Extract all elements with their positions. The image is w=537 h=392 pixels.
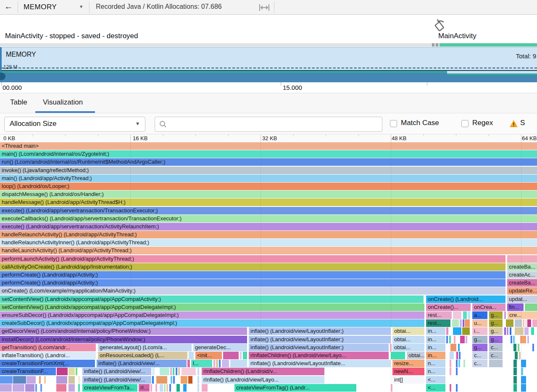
flame-cell[interactable]: createSubDecor() (Landroidx/appcompat/ap… (0, 319, 424, 327)
flame-cell[interactable] (230, 360, 247, 367)
flame-cell[interactable]: <... (426, 376, 445, 384)
flame-cell[interactable] (489, 360, 503, 367)
flame-cell[interactable]: g... (489, 336, 503, 343)
flame-cell[interactable] (463, 319, 464, 327)
flame-cell[interactable] (152, 368, 155, 375)
flame-cell[interactable]: n... (426, 368, 445, 375)
flame-cell[interactable] (178, 368, 180, 375)
flame-cell[interactable] (458, 344, 460, 351)
flame-cell[interactable]: l... (191, 360, 212, 367)
flame-cell[interactable]: obtai... (407, 352, 424, 359)
flame-cell[interactable]: createTransitionF... (0, 368, 56, 375)
flame-cell[interactable] (197, 376, 199, 384)
flame-cell[interactable] (240, 352, 242, 359)
flame-cell[interactable] (183, 384, 187, 392)
flame-cell[interactable]: rInflate() (Landroid/view/LayoutInflate.… (249, 360, 391, 367)
flame-cell[interactable]: obtai... (392, 327, 424, 335)
tab-table[interactable]: Table (10, 93, 27, 112)
flame-cell[interactable] (515, 352, 518, 359)
flame-cell[interactable] (462, 327, 470, 335)
flame-cell[interactable]: handleMessage() (Landroid/app/ActivityTh… (0, 199, 537, 206)
flame-cell[interactable] (521, 368, 523, 375)
flame-cell[interactable] (156, 376, 167, 384)
flame-cell[interactable] (518, 344, 519, 351)
flame-cell[interactable] (506, 319, 513, 327)
flame-cell[interactable] (456, 352, 458, 359)
flame-cell[interactable]: rInflate() (Landroid/view/Layo... (202, 376, 324, 384)
memory-track[interactable]: MEMORY Total: 9 128 M (0, 47, 537, 82)
flame-cell[interactable] (216, 360, 218, 367)
flame-cell[interactable] (170, 368, 172, 375)
flame-cell[interactable]: inflate() (Landroid/view/LayoutInflater;… (249, 336, 391, 343)
flame-cell[interactable] (188, 376, 192, 384)
flame-cell[interactable] (507, 327, 508, 335)
flame-cell[interactable] (453, 311, 461, 319)
flame-cell[interactable]: <Thread main> (0, 142, 537, 150)
flame-cell[interactable] (466, 336, 467, 343)
flame-cell[interactable]: c... (489, 344, 503, 351)
flame-cell[interactable] (513, 384, 517, 392)
flame-cell[interactable]: a... (472, 311, 487, 319)
flame-cell[interactable] (40, 384, 42, 392)
flame-cell[interactable]: handleLaunchActivity() (Landroid/app/Act… (0, 247, 537, 254)
flame-cell[interactable]: generateDec... (193, 344, 247, 351)
flame-cell[interactable] (173, 376, 175, 384)
flame-cell[interactable]: in... (426, 344, 445, 351)
flame-cell[interactable] (202, 384, 208, 392)
allocation-size-dropdown[interactable]: Allocation Size ▾ (4, 117, 145, 132)
flame-cell[interactable] (197, 368, 199, 375)
flame-cell[interactable] (532, 319, 537, 327)
flame-cell[interactable]: invoke() (Ljava/lang/reflect/Method;) (0, 167, 537, 174)
flame-cell[interactable]: installDecor() (Lcom/android/internal/po… (0, 336, 247, 343)
flame-cell[interactable]: onCreate() (Lcom/example/myapplication/M… (0, 287, 505, 295)
flame-cell[interactable] (531, 327, 534, 335)
flame-cell[interactable] (187, 360, 190, 367)
flame-cell[interactable] (450, 352, 454, 359)
flame-cell[interactable]: u... (472, 319, 487, 327)
flame-cell[interactable] (532, 344, 534, 351)
flame-cell[interactable]: g... (472, 344, 487, 351)
flame-cell[interactable] (521, 360, 526, 367)
flame-cell[interactable] (213, 360, 215, 367)
flame-cell[interactable] (460, 319, 462, 327)
flame-cell[interactable] (390, 344, 392, 351)
flame-cell[interactable]: performLaunchActivity() (Landroid/app/Ac… (0, 255, 505, 263)
flame-cell[interactable] (222, 360, 229, 367)
flame-cell[interactable]: dispatchMessage() (Landroid/os/Handler;) (0, 191, 537, 198)
flame-cell[interactable] (169, 384, 171, 392)
flame-cell[interactable] (463, 360, 465, 367)
flame-cell[interactable]: in... (426, 336, 445, 343)
flame-cell[interactable]: getDecorView() (Lcom/android/internal/po… (0, 327, 247, 335)
zoom-to-fit-icon[interactable] (259, 3, 270, 13)
flame-cell[interactable]: handleRelaunchActivityInner() (Landroid/… (0, 239, 537, 246)
flame-cell[interactable]: performCreate() (Landroid/app/Activity;) (0, 279, 505, 287)
flame-cell[interactable] (527, 336, 529, 343)
flame-cell[interactable] (527, 319, 531, 327)
flame-cell[interactable] (176, 384, 180, 392)
flame-cell[interactable] (450, 384, 451, 392)
flame-cell[interactable] (39, 376, 41, 384)
flame-cell[interactable] (463, 311, 467, 319)
match-case-checkbox[interactable] (390, 120, 397, 127)
flame-cell[interactable] (450, 360, 451, 367)
flame-cell[interactable]: createBa... (507, 279, 537, 287)
flame-cell[interactable] (446, 327, 448, 335)
flame-cell[interactable] (453, 327, 461, 335)
flame-cell[interactable]: c... (472, 360, 487, 367)
flame-cell[interactable] (152, 376, 154, 384)
flame-cell[interactable]: inflateTransition() (Landroi... (0, 352, 96, 359)
flame-cell[interactable] (68, 384, 75, 392)
flame-cell[interactable] (44, 376, 46, 384)
flame-cell[interactable]: rI... (139, 384, 150, 392)
flame-cell[interactable]: createTransitionFromXml(... (0, 360, 95, 367)
flame-cell[interactable]: cre... (508, 311, 537, 319)
regex-checkbox[interactable] (461, 120, 469, 127)
flame-cell[interactable] (56, 384, 66, 392)
flame-cell[interactable] (391, 384, 392, 392)
flame-cell[interactable]: n... (426, 360, 445, 367)
flame-cell[interactable] (468, 311, 470, 319)
flame-cell[interactable]: rInflateChildren() (Landroid/v... (202, 368, 324, 375)
flame-cell[interactable] (456, 368, 458, 375)
flame-cell[interactable]: onCrea... (472, 303, 505, 311)
flame-cell[interactable] (13, 376, 26, 384)
